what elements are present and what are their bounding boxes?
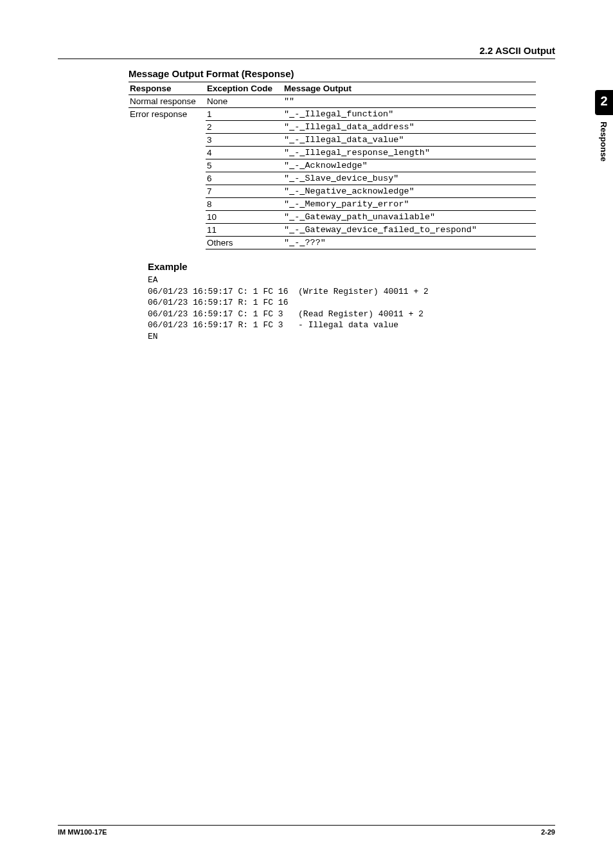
cell-message: " - Memory parity error" (283, 198, 536, 211)
cell-message: " - Illegal data value" (283, 134, 536, 147)
cell-message: " - Acknowledge" (283, 159, 536, 172)
cell-exception: 4 (206, 147, 283, 159)
cell-exception: 3 (206, 134, 283, 147)
col-message: Message Output (283, 82, 536, 95)
cell-message: " - Negative acknowledge" (283, 185, 536, 198)
col-response: Response (129, 82, 206, 95)
chapter-number: 2 (595, 90, 613, 115)
page-footer: IM MW100-17E 2-29 (58, 825, 555, 836)
table-row: Normal responseNone"" (129, 95, 536, 108)
cell-exception: 1 (206, 108, 283, 121)
table-title: Message Output Format (Response) (129, 68, 536, 79)
cell-exception: 7 (206, 185, 283, 198)
cell-message: " - ???" (283, 237, 536, 249)
chapter-label: Response (599, 122, 609, 161)
response-table: Response Exception Code Message Output N… (129, 82, 536, 249)
cell-message: "" (283, 95, 536, 108)
footer-doc-id: IM MW100-17E (58, 828, 107, 836)
cell-exception: None (206, 95, 283, 108)
cell-exception: 10 (206, 211, 283, 224)
cell-exception: 2 (206, 121, 283, 134)
cell-message: " - Gateway path unavailable" (283, 211, 536, 224)
cell-response: Error response (129, 108, 206, 249)
table-header-row: Response Exception Code Message Output (129, 82, 536, 95)
cell-message: " - Gateway device failed to respond" (283, 224, 536, 237)
cell-message: " - Illegal function" (283, 108, 536, 121)
cell-exception: 5 (206, 159, 283, 172)
col-exception: Exception Code (206, 82, 283, 95)
footer-page-num: 2-29 (541, 828, 555, 836)
cell-exception: Others (206, 237, 283, 249)
cell-response: Normal response (129, 95, 206, 108)
example-code: EA 06/01/23 16:59:17 C: 1 FC 16 (Write R… (148, 275, 555, 342)
cell-message: " - Slave device busy" (283, 172, 536, 185)
section-header: 2.2 ASCII Output (58, 45, 555, 56)
cell-exception: 11 (206, 224, 283, 237)
cell-message: " - Illegal data address" (283, 121, 536, 134)
cell-exception: 8 (206, 198, 283, 211)
cell-message: " - Illegal response length" (283, 147, 536, 159)
side-tab: 2 Response (595, 90, 613, 161)
cell-exception: 6 (206, 172, 283, 185)
example-title: Example (148, 261, 555, 272)
table-row: Error response1" - Illegal function" (129, 108, 536, 121)
